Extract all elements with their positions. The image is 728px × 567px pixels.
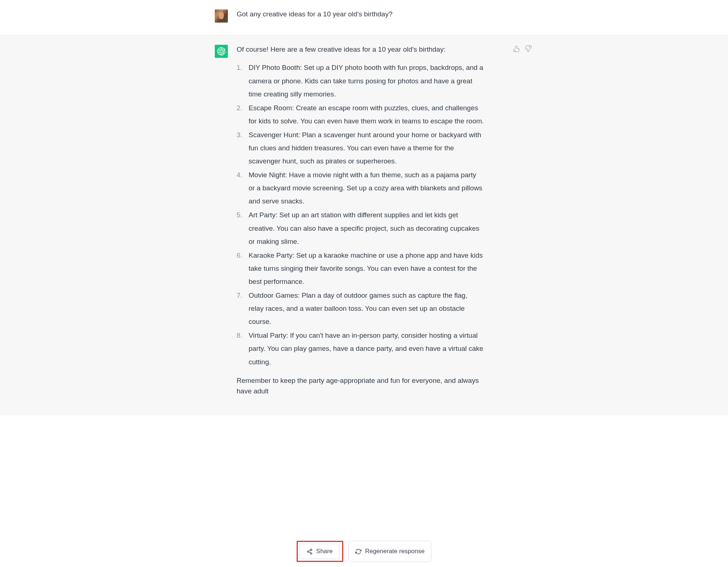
assistant-message-content: Of course! Here are a few creative ideas… [237,44,513,403]
list-item: Karaoke Party: Set up a karaoke machine … [237,249,484,288]
thumbs-up-icon [513,45,520,52]
thumbs-down-icon [525,45,532,52]
list-item: Virtual Party: If you can't have an in-p… [237,329,484,368]
list-item: DIY Photo Booth: Set up a DIY photo boot… [237,61,484,100]
list-item: Movie Night: Have a movie night with a f… [237,168,484,208]
message-actions [513,45,532,53]
user-avatar [215,9,228,23]
user-message-row: Got any creative ideas for a 10 year old… [0,0,728,35]
assistant-message-row: Of course! Here are a few creative ideas… [0,35,728,415]
thumbs-up-button[interactable] [513,45,521,53]
assistant-intro: Of course! Here are a few creative ideas… [237,44,484,55]
thumbs-down-button[interactable] [524,45,532,53]
list-item: Art Party: Set up an art station with di… [237,209,484,248]
assistant-avatar [215,45,228,58]
list-item: Scavenger Hunt: Plan a scavenger hunt ar… [237,128,484,168]
list-item: Escape Room: Create an escape room with … [237,102,484,128]
ideas-list: DIY Photo Booth: Set up a DIY photo boot… [237,61,484,368]
list-item: Outdoor Games: Plan a day of outdoor gam… [237,289,484,328]
assistant-outro: Remember to keep the party age-appropria… [237,375,484,397]
user-message-text: Got any creative ideas for a 10 year old… [237,9,513,23]
openai-logo-icon [217,47,226,56]
